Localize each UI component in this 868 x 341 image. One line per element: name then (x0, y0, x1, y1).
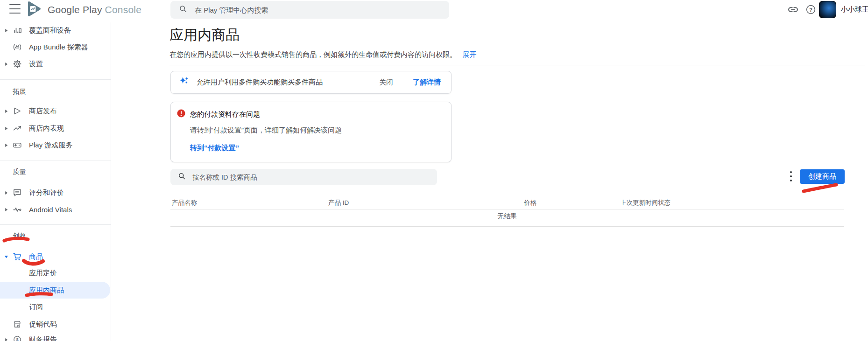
alert-title: 您的付款资料存在问题 (190, 110, 260, 119)
expand-caret-icon[interactable] (4, 62, 8, 66)
app-bundle-icon (12, 42, 22, 52)
empty-results-text: 无结果 (170, 212, 844, 221)
sidebar-item-store-performance[interactable]: 商店内表现 (0, 120, 110, 137)
overflow-menu-icon[interactable] (786, 170, 796, 183)
sidebar-section-monetize: 创收 (13, 228, 26, 243)
page-description-text: 在您的应用内提供以一次性收费模式销售的商品，例如额外的生命值或付费内容的访问权限… (169, 50, 457, 58)
sidebar-item-label: 评分和评价 (29, 188, 64, 197)
sidebar-item-label: 财务报告 (29, 335, 57, 341)
sidebar-item-label: 商店内表现 (29, 124, 64, 133)
payment-alert-card: 您的付款资料存在问题 请转到“付款设置”页面，详细了解如何解决该问题 转到“付款… (170, 102, 452, 162)
sidebar-divider (0, 160, 111, 160)
finance-dollar-icon: $ (12, 335, 22, 341)
sidebar-subitem-label: 应用定价 (29, 269, 57, 278)
sidebar-divider (0, 224, 111, 225)
sidebar-item-label: 覆盖面和设备 (29, 26, 71, 35)
svg-text:$: $ (16, 337, 18, 341)
comment-icon (12, 188, 22, 197)
account-avatar[interactable] (819, 1, 836, 18)
menu-hamburger-icon[interactable] (9, 4, 21, 14)
sidebar-section-quality: 质量 (13, 164, 26, 179)
column-header-status: 状态 (658, 199, 670, 207)
alert-payment-settings-link[interactable]: 转到“付款设置” (190, 144, 239, 153)
products-table: 产品名称 产品 ID 价格 上次更新时间 状态 无结果 (170, 197, 844, 227)
svg-text:?: ? (809, 7, 812, 13)
bar-chart-icon (12, 26, 22, 35)
product-search-input[interactable] (191, 173, 399, 181)
gear-icon (12, 59, 22, 69)
play-console-page: Google PlayConsole ? 小小球王 (0, 0, 868, 341)
sidebar-item-label: 设置 (29, 60, 43, 69)
sidebar-item-android-vitals[interactable]: Android Vitals (0, 201, 110, 218)
user-name: 小小球王 (841, 5, 868, 14)
sidebar-item-play-games-services[interactable]: Play 游戏服务 (0, 137, 110, 153)
link-icon[interactable] (787, 4, 799, 15)
page-title: 应用内商品 (169, 26, 240, 45)
sidebar-item-app-bundle-explorer[interactable]: App Bundle 探索器 (0, 39, 110, 56)
expand-caret-icon[interactable] (4, 109, 8, 113)
alert-error-icon (177, 109, 185, 119)
page-description: 在您的应用内提供以一次性收费模式销售的商品，例如额外的生命值或付费内容的访问权限… (169, 50, 476, 59)
sidebar-item-settings[interactable]: 设置 (0, 56, 110, 72)
create-product-button[interactable]: 创建商品 (800, 169, 845, 184)
table-divider (170, 209, 844, 209)
logo-text: Google PlayConsole (48, 4, 141, 15)
help-icon[interactable]: ? (805, 4, 816, 15)
sidebar-item-label: App Bundle 探索器 (29, 43, 88, 52)
storefront-icon (12, 320, 22, 329)
expand-caret-icon[interactable] (4, 191, 8, 195)
sidebar-item-financial-reports[interactable]: $ 财务报告 (0, 331, 110, 341)
sidebar-item-promo-codes[interactable]: 促销代码 (0, 316, 110, 333)
gamepad-icon (12, 140, 22, 150)
google-play-console-logo[interactable]: Google PlayConsole (26, 1, 141, 19)
sidebar-item-label: Play 游戏服务 (29, 141, 72, 150)
expand-caret-icon[interactable] (4, 143, 8, 147)
expand-caret-icon[interactable] (4, 28, 8, 33)
banner-message: 允许用户利用多件购买功能购买多件商品 (197, 78, 379, 87)
play-logo-icon (26, 1, 43, 19)
banner-learn-more-link[interactable]: 了解详情 (413, 78, 441, 87)
vitals-heartbeat-icon (12, 205, 22, 214)
play-store-icon (12, 106, 22, 116)
multi-purchase-banner: 允许用户利用多件购买功能购买多件商品 关闭 了解详情 (170, 71, 452, 94)
sidebar-item-label: 促销代码 (29, 320, 57, 329)
search-icon (178, 172, 186, 182)
expand-caret-icon[interactable] (4, 126, 8, 131)
sidebar-subitem-label: 订阅 (29, 303, 43, 312)
column-header-product-name: 产品名称 (172, 199, 197, 207)
banner-dismiss-button[interactable]: 关闭 (379, 78, 393, 87)
expand-link[interactable]: 展开 (462, 50, 476, 58)
global-search-bar[interactable] (170, 1, 449, 19)
sidebar-section-growth: 拓展 (13, 84, 26, 99)
sidebar-subitem-subscriptions[interactable]: 订阅 (0, 299, 110, 315)
content-divider (169, 65, 865, 65)
sidebar-subitem-app-pricing[interactable]: 应用定价 (0, 264, 110, 281)
sparkle-icon (178, 76, 189, 89)
product-search-bar[interactable] (170, 169, 437, 185)
search-icon (179, 5, 187, 15)
column-header-last-updated: 上次更新时间 (620, 199, 658, 207)
trending-up-icon (12, 124, 22, 133)
sidebar-item-ratings-reviews[interactable]: 评分和评价 (0, 184, 110, 201)
sidebar-item-label: 商店发布 (29, 107, 57, 116)
alert-body: 请转到“付款设置”页面，详细了解如何解决该问题 (190, 126, 342, 135)
sidebar-item-label: Android Vitals (29, 206, 72, 214)
sidebar-divider-vertical (111, 22, 111, 341)
shopping-cart-icon (12, 252, 22, 262)
expand-caret-icon[interactable] (4, 338, 8, 341)
sidebar-item-reach-and-devices[interactable]: 覆盖面和设备 (0, 22, 110, 39)
expand-caret-icon[interactable] (4, 208, 8, 212)
collapse-caret-icon[interactable] (4, 255, 8, 259)
global-search-input[interactable] (194, 6, 420, 14)
sidebar-item-products[interactable]: 商品 (0, 248, 110, 265)
column-header-product-id: 产品 ID (328, 199, 349, 207)
table-divider (170, 226, 844, 227)
sidebar-subitem-label: 应用内商品 (29, 286, 64, 295)
sidebar-item-label: 商品 (29, 252, 43, 261)
sidebar-subitem-in-app-products[interactable]: 应用内商品 (0, 282, 110, 299)
sidebar-item-store-publishing[interactable]: 商店发布 (0, 103, 110, 119)
column-header-price: 价格 (524, 199, 536, 207)
sidebar-divider (0, 79, 111, 80)
